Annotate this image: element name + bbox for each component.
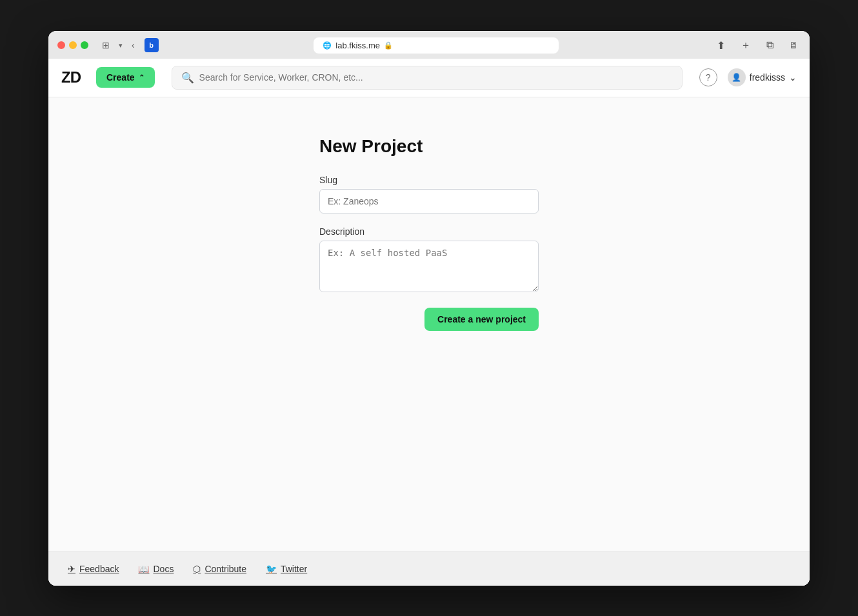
new-project-form-container: New Project Slug Description Create a ne… [319,136,539,331]
share-button[interactable]: ⬆ [714,38,728,53]
description-textarea[interactable] [319,241,539,292]
top-nav: ZD Create ⌃ 🔍 ? 👤 fredkisss ⌄ [48,59,810,97]
browser-titlebar: ⊞ ▾ ‹ b 🌐 lab.fkiss.me 🔒 ⬆ ＋ ⧉ 🖥 [57,37,801,54]
bitwarden-icon[interactable]: b [145,38,159,52]
feedback-label: Feedback [79,564,119,574]
docs-label: Docs [153,564,174,574]
nav-right: ? 👤 fredkisss ⌄ [699,68,797,86]
chevron-down-icon: ⌃ [139,74,145,82]
help-button[interactable]: ? [699,68,717,86]
twitter-label: Twitter [281,564,307,574]
traffic-lights [57,41,88,49]
create-button-label: Create [106,72,135,83]
slug-label: Slug [319,175,539,185]
description-label: Description [319,226,539,237]
sidebar-toggle-button[interactable]: ⊞ [99,38,113,52]
url-text: lab.fkiss.me [335,41,380,50]
avatar: 👤 [728,68,746,86]
search-icon: 🔍 [181,72,194,84]
question-mark-icon: ? [706,72,711,83]
create-new-project-label: Create a new project [437,314,526,324]
search-bar[interactable]: 🔍 [172,66,683,90]
contribute-label: Contribute [205,564,246,574]
slug-input[interactable] [319,189,539,214]
app-content: ZD Create ⌃ 🔍 ? 👤 fredkisss ⌄ [48,59,810,586]
feedback-link[interactable]: ✈ Feedback [68,564,119,574]
browser-chrome: ⊞ ▾ ‹ b 🌐 lab.fkiss.me 🔒 ⬆ ＋ ⧉ 🖥 [48,31,810,59]
docs-icon: 📖 [138,564,149,574]
search-input[interactable] [199,72,673,83]
lock-icon: 🔒 [384,41,393,50]
main-content: New Project Slug Description Create a ne… [48,97,810,551]
contribute-icon: ⬡ [193,564,201,574]
tabs-button[interactable]: ⧉ [764,38,776,52]
footer: ✈ Feedback 📖 Docs ⬡ Contribute 🐦 Twitter [48,551,810,586]
username-label: fredkisss [750,72,785,83]
screen-icon[interactable]: 🖥 [786,39,801,52]
create-new-project-button[interactable]: Create a new project [424,308,539,331]
slug-field-group: Slug [319,175,539,214]
browser-nav-buttons: ⊞ ▾ ‹ [99,38,138,52]
description-field-group: Description [319,226,539,295]
back-button[interactable]: ‹ [128,38,138,52]
docs-link[interactable]: 📖 Docs [138,564,174,574]
create-button[interactable]: Create ⌃ [96,67,155,88]
new-tab-button[interactable]: ＋ [738,37,753,54]
maximize-traffic-light[interactable] [81,41,88,49]
close-traffic-light[interactable] [57,41,65,49]
page-title: New Project [319,136,539,157]
twitter-icon: 🐦 [266,564,277,574]
twitter-link[interactable]: 🐦 Twitter [266,564,307,574]
contribute-link[interactable]: ⬡ Contribute [193,564,246,574]
chevron-down-icon[interactable]: ▾ [115,39,126,52]
chevron-down-icon: ⌄ [789,72,797,83]
user-menu-button[interactable]: 👤 fredkisss ⌄ [728,68,797,86]
feedback-icon: ✈ [68,564,75,574]
logo: ZD [61,68,81,86]
minimize-traffic-light[interactable] [69,41,77,49]
browser-window: ⊞ ▾ ‹ b 🌐 lab.fkiss.me 🔒 ⬆ ＋ ⧉ 🖥 [48,31,810,586]
address-bar[interactable]: 🌐 lab.fkiss.me 🔒 [314,37,559,54]
globe-icon: 🌐 [323,41,332,50]
